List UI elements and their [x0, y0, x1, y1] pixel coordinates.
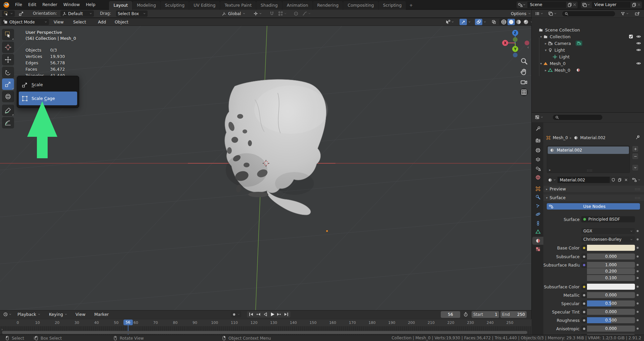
hide-eye-toggle[interactable]: [636, 34, 641, 39]
hide-eye-toggle[interactable]: [636, 41, 641, 46]
animate-dot[interactable]: [637, 230, 639, 232]
pivot-point-dropdown[interactable]: [252, 10, 263, 17]
jump-start-button[interactable]: [248, 311, 254, 317]
properties-tab-render[interactable]: [532, 136, 543, 145]
properties-tab-world[interactable]: [532, 173, 543, 181]
properties-tab-data[interactable]: [532, 228, 543, 236]
material-slot-item[interactable]: Material.002: [548, 147, 629, 154]
animate-dot[interactable]: [637, 277, 639, 279]
workspace-tab-shading[interactable]: Shading: [256, 1, 282, 10]
copy-icon[interactable]: [567, 2, 572, 7]
object-visibility-dropdown[interactable]: [444, 19, 455, 25]
add-workspace-button[interactable]: +: [406, 1, 416, 10]
timeline-editor-dropdown[interactable]: [2, 311, 13, 318]
properties-tab-particles[interactable]: [532, 202, 543, 210]
timeline-ruler[interactable]: 0102030405060708090100110120130140150160…: [0, 319, 532, 326]
outliner-display-mode-dropdown[interactable]: [534, 10, 544, 17]
animate-dot[interactable]: [637, 294, 639, 296]
timeline-menu-view[interactable]: View: [75, 312, 86, 317]
axis-neg-z-ball[interactable]: [513, 53, 518, 57]
expand-caret[interactable]: ▾: [544, 48, 548, 52]
outliner-filter-display-dropdown[interactable]: [547, 10, 558, 17]
properties-tab-view-layer[interactable]: [532, 156, 543, 164]
remove-slot-button[interactable]: [632, 153, 639, 160]
prev-keyframe-button[interactable]: [255, 311, 261, 317]
properties-tab-constraints[interactable]: [532, 219, 543, 227]
scene-name-field[interactable]: Scene: [527, 1, 567, 8]
tool-select-box-button[interactable]: [2, 29, 14, 40]
color-swatch-field[interactable]: [587, 245, 635, 251]
active-tool-dropdown[interactable]: [2, 10, 15, 17]
menu-render[interactable]: Render: [39, 0, 60, 9]
slot-list-expander[interactable]: ▸: [549, 168, 551, 172]
gizmo-toggle[interactable]: [460, 19, 467, 25]
copy-icon[interactable]: [632, 2, 637, 7]
shading-material-button[interactable]: [515, 19, 522, 25]
shading-solid-button[interactable]: [507, 19, 515, 25]
workspace-tab-texture-paint[interactable]: Texture Paint: [220, 1, 256, 10]
properties-tab-physics[interactable]: [532, 210, 543, 218]
properties-tab-material[interactable]: [532, 237, 543, 245]
scene-selector[interactable]: Scene: [517, 1, 578, 8]
menu-help[interactable]: Help: [83, 0, 99, 9]
workspace-tab-compositing[interactable]: Compositing: [343, 1, 378, 10]
zoom-icon[interactable]: [520, 57, 528, 65]
snap-toggle[interactable]: [268, 10, 275, 17]
outliner-search-input[interactable]: [562, 11, 615, 17]
surface-section-header[interactable]: ▾Surface::::: [543, 194, 644, 201]
workspace-tab-modeling[interactable]: Modeling: [132, 1, 160, 10]
transform-orientation-dropdown[interactable]: Global: [221, 10, 247, 17]
select-field[interactable]: GGX: [581, 228, 635, 234]
camera-view-icon[interactable]: [520, 78, 528, 86]
tool-rotate-button[interactable]: [2, 67, 14, 78]
hide-eye-toggle[interactable]: [636, 61, 641, 66]
outliner-filter-dropdown[interactable]: [620, 10, 630, 17]
mode-dropdown[interactable]: Object Mode: [1, 19, 49, 25]
orientation-dropdown[interactable]: Default: [60, 10, 94, 17]
number-field[interactable]: 0.000: [587, 253, 635, 260]
menu-edit[interactable]: Edit: [25, 0, 39, 9]
preview-section-header[interactable]: ▸Preview::::: [543, 186, 644, 192]
new-collection-button[interactable]: [634, 10, 641, 17]
number-field[interactable]: 0.200: [587, 268, 635, 274]
timeline-menu-marker[interactable]: Marker: [94, 312, 109, 317]
next-keyframe-button[interactable]: [276, 311, 282, 317]
expand-caret[interactable]: ▾: [539, 35, 543, 39]
proportional-falloff-dropdown[interactable]: [301, 10, 312, 17]
expand-caret[interactable]: ▸: [544, 42, 548, 45]
number-field[interactable]: 0.000: [587, 326, 635, 332]
outliner-row-mesh-0[interactable]: ▾Mesh_0: [532, 60, 644, 67]
drag-dropdown[interactable]: Select Box: [116, 10, 148, 17]
animate-dot[interactable]: [637, 238, 639, 240]
axis-neg-y-ball[interactable]: [513, 37, 518, 42]
number-field[interactable]: 1.000: [587, 262, 635, 268]
number-field[interactable]: 0.100: [587, 275, 635, 281]
add-slot-button[interactable]: [632, 146, 639, 152]
resize-grip[interactable]: ::::: [587, 168, 593, 172]
play-reverse-button[interactable]: [262, 311, 268, 317]
breadcrumb-material[interactable]: Material.002: [580, 135, 605, 140]
unlink-material-button[interactable]: [623, 176, 629, 183]
timeline-scrollbar[interactable]: [2, 331, 527, 334]
viewport-menu-select[interactable]: Select: [73, 19, 86, 24]
material-sphere-badge[interactable]: [575, 67, 582, 73]
outliner-row-collection[interactable]: ▾Collection: [532, 33, 644, 40]
outliner-row-light[interactable]: ▾Light: [532, 47, 644, 53]
jump-end-button[interactable]: [283, 311, 289, 317]
proportional-editing-toggle[interactable]: [292, 10, 300, 17]
axis-neg-x-ball[interactable]: [525, 41, 529, 45]
browse-material-dropdown[interactable]: [547, 176, 557, 183]
shading-rendered-button[interactable]: [522, 19, 530, 25]
blender-logo-icon[interactable]: [3, 1, 10, 8]
animate-dot[interactable]: [637, 311, 639, 313]
duplicate-material-button[interactable]: [616, 176, 623, 183]
properties-tab-object[interactable]: [532, 185, 543, 193]
properties-tab-scene[interactable]: [532, 165, 543, 173]
frame-start-field[interactable]: Start1: [472, 311, 499, 318]
viewport-menu-add[interactable]: Add: [98, 19, 106, 24]
animate-dot[interactable]: [637, 247, 639, 249]
fake-user-shield-button[interactable]: [610, 176, 616, 183]
tool-measure-button[interactable]: [2, 117, 14, 128]
workspace-tab-scripting[interactable]: Scripting: [379, 1, 406, 10]
workspace-tab-layout[interactable]: Layout: [109, 1, 132, 10]
